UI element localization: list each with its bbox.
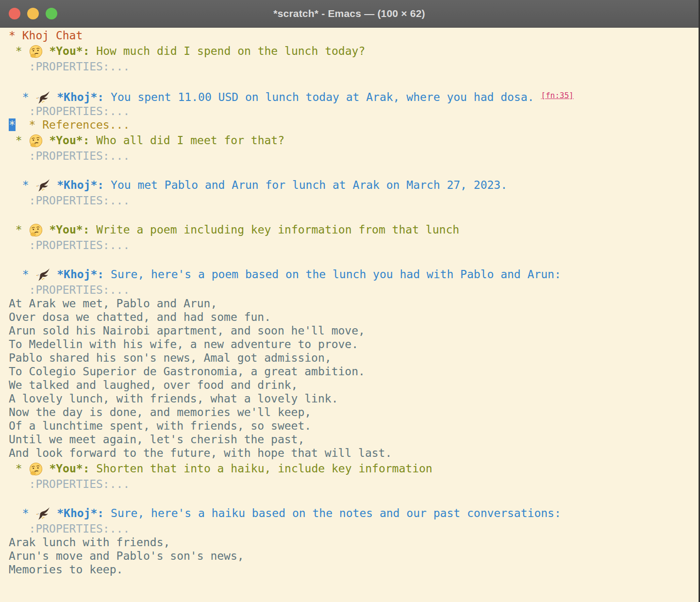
chat-body-line: Over dosa we chatted, and had some fun.: [9, 310, 699, 324]
emacs-buffer[interactable]: * Khoj Chat * *You*: How much did I spen…: [0, 28, 699, 576]
window-titlebar[interactable]: *scratch* - Emacs — (100 × 62): [0, 0, 699, 28]
chat-body-text: Of a lunchtime spent, with friends, so s…: [9, 419, 311, 432]
traffic-light-controls: [9, 8, 57, 19]
chat-body-text: We talked and laughed, over food and dri…: [9, 379, 298, 391]
khoj-message-heading[interactable]: * *Khoj*: You spent 11.00 USD on lunch t…: [9, 87, 699, 104]
chat-body-text: Arun sold his Nairobi apartment, and soo…: [9, 324, 365, 337]
chat-body-text: And look forward to the future, with hop…: [9, 447, 392, 459]
thinking-face-emoji: [29, 45, 43, 57]
chat-body-line: A lovely lunch, with friends, what a lov…: [9, 392, 699, 405]
close-button[interactable]: [9, 8, 20, 19]
properties-drawer[interactable]: :PROPERTIES:...: [9, 522, 699, 535]
you-message-text: Who all did I meet for that?: [90, 134, 285, 147]
you-message-heading[interactable]: * *You*: Who all did I meet for that?: [9, 132, 699, 149]
chat-body-line: Now the day is done, and memories we'll …: [9, 405, 699, 419]
properties-drawer-label: :PROPERTIES:...: [9, 284, 130, 296]
chat-body-line: Arun sold his Nairobi apartment, and soo…: [9, 324, 699, 337]
footnote-link[interactable]: [fn:35]: [541, 91, 573, 100]
khoj-name-label: *Khoj*:: [57, 268, 104, 281]
chat-body-line: Arun's move and Pablo's son's news,: [9, 549, 699, 563]
properties-drawer[interactable]: :PROPERTIES:...: [9, 477, 699, 491]
you-message-text: *: [9, 134, 29, 147]
khoj-name-label: *Khoj*:: [57, 179, 104, 191]
text-cursor: *: [9, 118, 16, 131]
you-message-heading[interactable]: * *You*: Write a poem including key info…: [9, 221, 699, 238]
minimize-button[interactable]: [27, 8, 39, 19]
you-name-label: *You*:: [49, 45, 89, 57]
chat-body-line: To Colegio Superior de Gastronomia, a gr…: [9, 365, 699, 378]
chat-body-text: Now the day is done, and memories we'll …: [9, 406, 311, 418]
you-message-text: [43, 462, 50, 475]
you-message-text: *: [9, 223, 29, 236]
chat-body-text: At Arak we met, Pablo and Arun,: [9, 297, 217, 310]
references-label: * References...: [16, 118, 130, 131]
properties-drawer-label: :PROPERTIES:...: [9, 522, 130, 535]
khoj-message-heading[interactable]: * *Khoj*: You met Pablo and Arun for lun…: [9, 176, 699, 194]
khoj-message-text: *: [9, 268, 35, 281]
chat-body-line: Pablo shared his son's news, Amal got ad…: [9, 351, 699, 365]
properties-drawer-label: :PROPERTIES:...: [9, 150, 130, 162]
buffer-title-heading[interactable]: * Khoj Chat: [9, 29, 699, 42]
properties-drawer[interactable]: :PROPERTIES:...: [9, 283, 699, 297]
properties-drawer-label: :PROPERTIES:...: [9, 194, 130, 207]
khoj-message-text: Sure, here's a poem based on the lunch y…: [104, 268, 561, 281]
khoj-name-label: *Khoj*:: [57, 91, 104, 103]
eagle-emoji: [35, 179, 50, 191]
chat-body-line: Until we meet again, let's cherish the p…: [9, 433, 699, 446]
properties-drawer-label: :PROPERTIES:...: [9, 105, 130, 117]
blank-line: [9, 163, 699, 176]
chat-body-text: Over dosa we chatted, and had some fun.: [9, 311, 271, 323]
khoj-message-text: [50, 268, 57, 281]
emacs-window: *scratch* - Emacs — (100 × 62) * Khoj Ch…: [0, 0, 700, 602]
chat-body-line: And look forward to the future, with hop…: [9, 446, 699, 460]
chat-body-text: Until we meet again, let's cherish the p…: [9, 433, 304, 446]
properties-drawer[interactable]: :PROPERTIES:...: [9, 60, 699, 73]
zoom-button[interactable]: [46, 8, 57, 19]
thinking-face-emoji: [29, 462, 43, 475]
chat-body-text: Memories to keep.: [9, 563, 123, 576]
khoj-message-text: *: [9, 179, 35, 191]
you-message-text: *: [9, 45, 29, 57]
khoj-message-text: *: [9, 507, 35, 519]
chat-body-text: Pablo shared his son's news, Amal got ad…: [9, 351, 332, 364]
blank-line: [9, 73, 699, 87]
properties-drawer[interactable]: :PROPERTIES:...: [9, 149, 699, 163]
chat-body-line: We talked and laughed, over food and dri…: [9, 378, 699, 392]
you-message-text: How much did I spend on the lunch today?: [90, 45, 366, 57]
you-message-text: [43, 223, 50, 236]
khoj-message-text: You met Pablo and Arun for lunch at Arak…: [104, 179, 507, 191]
khoj-message-heading[interactable]: * *Khoj*: Sure, here's a haiku based on …: [9, 504, 699, 522]
you-message-text: *: [9, 462, 29, 475]
chat-body-line: Arak lunch with friends,: [9, 535, 699, 549]
blank-line: [9, 207, 699, 221]
khoj-message-text: [50, 91, 57, 103]
properties-drawer-label: :PROPERTIES:...: [9, 60, 130, 73]
you-message-text: Write a poem including key information f…: [90, 223, 460, 236]
khoj-message-text: Sure, here's a haiku based on the notes …: [104, 507, 561, 519]
references-heading[interactable]: * * References...: [9, 118, 699, 132]
khoj-message-text: You spent 11.00 USD on lunch today at Ar…: [104, 91, 541, 103]
you-message-heading[interactable]: * *You*: Shorten that into a haiku, incl…: [9, 460, 699, 477]
khoj-message-text: [50, 507, 57, 519]
properties-drawer-label: :PROPERTIES:...: [9, 239, 130, 251]
properties-drawer[interactable]: :PROPERTIES:...: [9, 194, 699, 207]
khoj-message-text: *: [9, 91, 35, 103]
chat-body-line: To Medellin with his wife, a new adventu…: [9, 337, 699, 351]
buffer-title-text: * Khoj Chat: [9, 29, 83, 42]
thinking-face-emoji: [29, 134, 43, 147]
thinking-face-emoji: [29, 223, 43, 236]
chat-body-line: Of a lunchtime spent, with friends, so s…: [9, 419, 699, 433]
properties-drawer[interactable]: :PROPERTIES:...: [9, 238, 699, 252]
you-message-heading[interactable]: * *You*: How much did I spend on the lun…: [9, 42, 699, 60]
properties-drawer[interactable]: :PROPERTIES:...: [9, 104, 699, 118]
chat-body-text: Arak lunch with friends,: [9, 536, 170, 549]
chat-body-text: To Colegio Superior de Gastronomia, a gr…: [9, 365, 365, 378]
you-message-text: [43, 134, 50, 147]
chat-body-text: Arun's move and Pablo's son's news,: [9, 550, 244, 562]
you-message-text: [43, 45, 50, 57]
you-message-text: Shorten that into a haiku, include key i…: [90, 462, 433, 475]
khoj-message-heading[interactable]: * *Khoj*: Sure, here's a poem based on t…: [9, 266, 699, 283]
you-name-label: *You*:: [49, 223, 89, 236]
khoj-name-label: *Khoj*:: [57, 507, 104, 519]
window-title: *scratch* - Emacs — (100 × 62): [273, 8, 425, 19]
